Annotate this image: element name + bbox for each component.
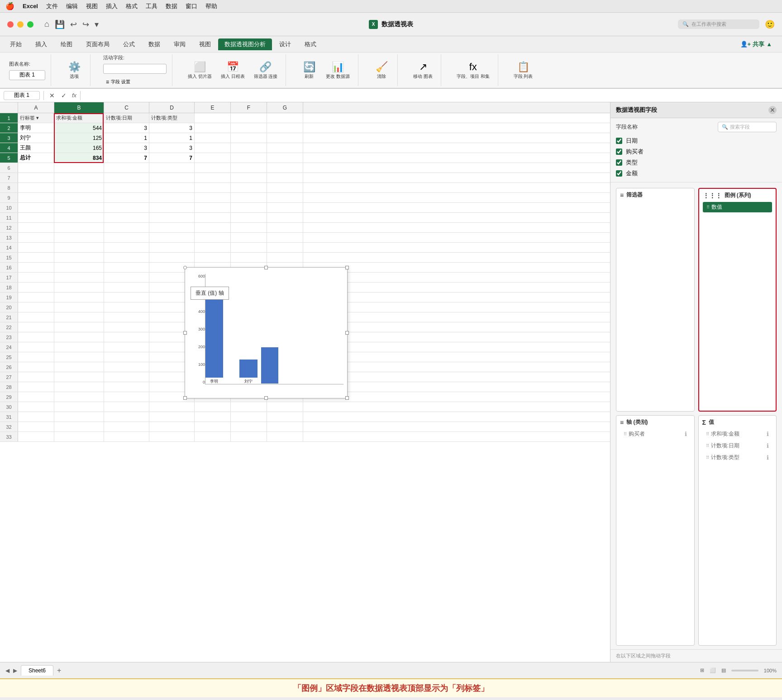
cell-f30[interactable] [231,402,267,412]
cell-c14[interactable] [104,243,149,252]
row-num-22[interactable]: 22 [0,322,18,332]
cell-c23[interactable] [104,332,149,342]
cell-a22[interactable] [18,322,54,332]
checkbox-type[interactable] [616,159,622,166]
cell-a5[interactable]: 总计 [18,153,54,163]
formula-input[interactable] [84,92,778,99]
menu-view[interactable]: 视图 [86,2,98,10]
profile-emoji[interactable]: 🙂 [765,19,775,29]
cell-c33[interactable] [104,432,149,441]
next-sheet-btn[interactable]: ▶ [13,667,17,674]
cell-f33[interactable] [231,432,267,441]
cell-c18[interactable] [104,283,149,292]
col-header-a[interactable]: A [18,102,54,113]
tab-data[interactable]: 数据 [142,38,167,50]
cell-b18[interactable] [54,283,104,292]
menu-insert[interactable]: 插入 [106,2,118,10]
redo-icon[interactable]: ↪ [82,19,89,29]
row-num-23[interactable]: 23 [0,332,18,342]
cell-b33[interactable] [54,432,104,441]
undo-icon[interactable]: ↩ [70,19,77,29]
clear-button[interactable]: 🧹 清除 [370,59,393,81]
checkbox-buyer[interactable] [616,149,622,155]
row-num-5[interactable]: 5 [0,153,18,163]
refresh-button[interactable]: 🔄 刷新 [298,59,320,81]
cell-g14[interactable] [267,243,303,252]
save-icon[interactable]: 💾 [55,19,65,29]
legend-zone-item[interactable]: ⠿ 数值 [703,202,772,212]
row-num-20[interactable]: 20 [0,302,18,312]
cell-a11[interactable] [18,213,54,222]
cell-b1[interactable]: 求和项:金额 [54,113,104,123]
confirm-btn[interactable]: ✓ [59,91,68,100]
options-button[interactable]: ⚙️ 选项 [63,59,86,81]
cell-a14[interactable] [18,243,54,252]
tab-format[interactable]: 格式 [298,38,323,50]
cell-a29[interactable] [18,392,54,402]
cell-g8[interactable] [267,183,303,192]
cell-c8[interactable] [104,183,149,192]
row-num-33[interactable]: 33 [0,432,18,441]
cell-b16[interactable] [54,263,104,272]
cell-a8[interactable] [18,183,54,192]
tab-design[interactable]: 设计 [273,38,297,50]
cell-a10[interactable] [18,203,54,212]
cell-b15[interactable] [54,253,104,262]
row-num-21[interactable]: 21 [0,312,18,322]
cell-b31[interactable] [54,412,104,422]
cell-d2[interactable]: 3 [149,123,195,133]
cell-b8[interactable] [54,183,104,192]
cell-d15[interactable] [149,253,195,262]
cell-g10[interactable] [267,203,303,212]
tab-view[interactable]: 视图 [193,38,217,50]
cell-g4[interactable] [267,143,303,153]
row-num-24[interactable]: 24 [0,342,18,352]
cell-a4[interactable]: 王颜 [18,143,54,153]
cell-a26[interactable] [18,362,54,372]
cell-c21[interactable] [104,312,149,322]
col-header-g[interactable]: G [267,102,303,113]
values-info-icon-2[interactable]: ℹ [767,442,769,449]
tab-pivot-analyze[interactable]: 数据透视图分析 [218,38,272,50]
cancel-btn[interactable]: ✕ [48,91,57,100]
cell-e15[interactable] [195,253,231,262]
cell-c24[interactable] [104,342,149,352]
cell-e12[interactable] [195,223,231,232]
cell-e5[interactable] [195,153,231,163]
cell-d5[interactable]: 7 [149,153,195,163]
cell-b25[interactable] [54,352,104,362]
cell-e8[interactable] [195,183,231,192]
row-num-27[interactable]: 27 [0,372,18,382]
cell-c6[interactable] [104,163,149,173]
row-num-1[interactable]: 1 [0,113,18,123]
layout-icon[interactable]: ▤ [721,667,726,673]
cell-g11[interactable] [267,213,303,222]
cell-d4[interactable]: 3 [149,143,195,153]
cell-b23[interactable] [54,332,104,342]
tab-review[interactable]: 审阅 [167,38,192,50]
cell-f31[interactable] [231,412,267,422]
cell-f6[interactable] [231,163,267,173]
cell-c17[interactable] [104,273,149,282]
menu-data[interactable]: 数据 [166,2,177,10]
cell-e1[interactable] [195,113,231,123]
cell-b4[interactable]: 165 [54,143,104,153]
cell-b27[interactable] [54,372,104,382]
col-header-f[interactable]: F [231,102,267,113]
menu-excel[interactable]: Excel [23,3,38,10]
row-num-16[interactable]: 16 [0,263,18,272]
active-field-input[interactable] [103,64,167,74]
cell-c4[interactable]: 3 [104,143,149,153]
row-num-12[interactable]: 12 [0,223,18,232]
cell-g32[interactable] [267,422,303,432]
row-num-7[interactable]: 7 [0,173,18,182]
values-item-date[interactable]: ⠿ 计数项:日期 ℹ [702,441,773,451]
fullscreen-button[interactable] [27,21,33,28]
col-header-e[interactable]: E [195,102,231,113]
cell-b5[interactable]: 834 [54,153,104,163]
cell-b22[interactable] [54,322,104,332]
cell-d8[interactable] [149,183,195,192]
cell-d33[interactable] [149,432,195,441]
cell-c19[interactable] [104,292,149,302]
cell-g15[interactable] [267,253,303,262]
